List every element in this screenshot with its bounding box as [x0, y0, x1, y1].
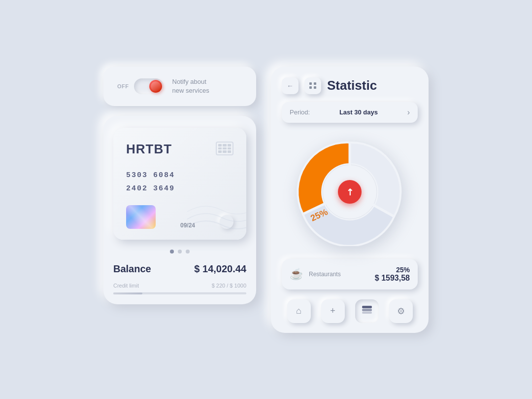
period-label: Period:: [290, 109, 310, 116]
card-brand: HRTBT: [126, 142, 172, 157]
dot-3[interactable]: [186, 250, 190, 254]
credit-row: Credit limit $ 220 / $ 1000: [113, 283, 246, 289]
card-pagination-dots: [113, 250, 246, 254]
nav-add-button[interactable]: +: [321, 299, 345, 323]
balance-label: Balance: [113, 263, 151, 275]
nav-settings-button[interactable]: ⚙: [389, 299, 413, 323]
grid-button[interactable]: [304, 77, 321, 94]
credit-card: HRTBT 5303 6084 2402 3649 09/24: [113, 128, 246, 240]
add-icon: +: [330, 306, 335, 316]
toggle-off-label: OFF: [117, 83, 129, 89]
card-wave-decoration: [187, 190, 246, 240]
category-percent: 25%: [375, 266, 410, 274]
period-selector[interactable]: Period: Last 30 days ›: [282, 102, 418, 123]
bottom-nav: ⌂ + ⚙: [282, 297, 418, 325]
toggle-thumb: [149, 80, 162, 93]
toggle-container: OFF: [117, 78, 164, 94]
nav-cards-button[interactable]: [355, 299, 379, 323]
arrow-up-right-icon: ↗: [343, 185, 356, 198]
svg-rect-9: [362, 312, 372, 314]
grid-icon: [309, 82, 316, 89]
left-panel: OFF Notify about new services HRTBT: [103, 67, 256, 304]
chart-area: 25% ↗: [282, 133, 418, 251]
dot-1[interactable]: [170, 250, 174, 254]
svg-rect-7: [362, 306, 372, 308]
coffee-icon: ☕: [290, 268, 303, 281]
dot-2[interactable]: [178, 250, 182, 254]
category-amount: $ 1593,58: [375, 274, 410, 283]
category-label: Restaurants: [309, 271, 369, 278]
period-value: Last 30 days: [339, 109, 378, 116]
home-icon: ⌂: [296, 306, 301, 316]
credit-label: Credit limit: [113, 283, 139, 289]
info-card: ☕ Restaurants 25% $ 1593,58: [282, 259, 418, 290]
back-button[interactable]: ←: [282, 77, 299, 94]
credit-progress-bar: [113, 292, 246, 294]
right-panel: ← Statistic Period: Last 30 days ›: [271, 67, 429, 333]
cards-icon: [362, 306, 372, 316]
balance-row: Balance $ 14,020.44: [113, 263, 246, 275]
nav-home-button[interactable]: ⌂: [287, 299, 311, 323]
balance-amount: $ 14,020.44: [194, 263, 246, 275]
credit-value: $ 220 / $ 1000: [212, 283, 246, 289]
credit-progress-fill: [113, 292, 142, 294]
notify-text: Notify about new services: [172, 77, 209, 95]
pie-chart: 25% ↗: [296, 138, 404, 246]
settings-icon: ⚙: [397, 306, 405, 317]
chevron-right-icon: ›: [407, 108, 410, 117]
stat-title: Statistic: [327, 78, 418, 93]
toggle-switch[interactable]: [134, 78, 164, 94]
stat-header: ← Statistic: [282, 77, 418, 94]
card-top: HRTBT: [126, 142, 233, 157]
svg-rect-8: [362, 309, 372, 311]
card-widget: HRTBT 5303 6084 2402 3649 09/24: [103, 116, 256, 304]
pie-center-button[interactable]: ↗: [338, 180, 362, 204]
info-right: 25% $ 1593,58: [375, 266, 410, 283]
chip-icon: [216, 142, 233, 155]
info-content: Restaurants: [309, 271, 369, 278]
card-hologram: [126, 205, 156, 229]
notify-widget: OFF Notify about new services: [103, 67, 256, 106]
